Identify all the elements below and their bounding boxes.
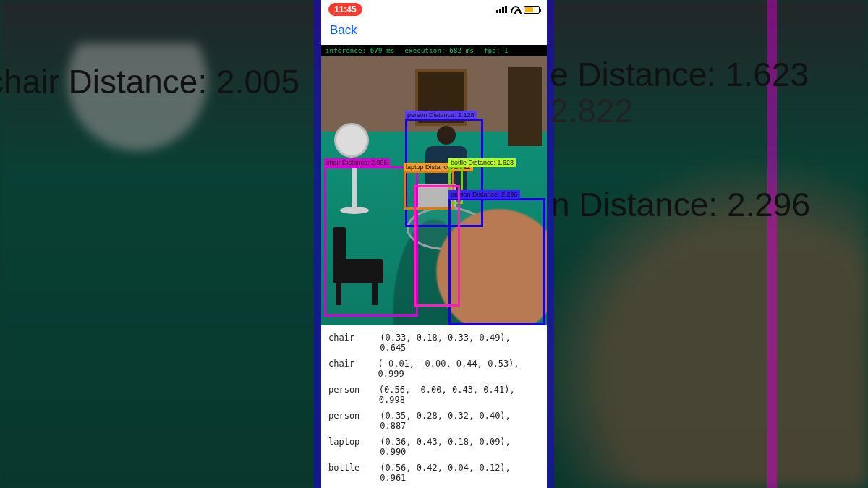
bbox-label-bottle: bottle Distance: 1.623 bbox=[448, 158, 516, 167]
bbox-label-person_top: person Distance: 2.128 bbox=[405, 111, 477, 119]
detection-class: chair bbox=[328, 333, 368, 353]
bg-label-right-bottle-text: e Distance: 1.623 bbox=[550, 56, 809, 93]
bg-label-right-person: n Distance: 2.296 bbox=[551, 185, 810, 224]
nav-bar: Back bbox=[321, 19, 547, 45]
detection-row: bottle(0.56, 0.42, 0.04, 0.12), 0.961 bbox=[328, 460, 540, 486]
bbox-person_hand: person Distance: 2.296 bbox=[448, 198, 545, 325]
bg-label-right-below: 2.822 bbox=[550, 91, 633, 130]
detection-values: (0.35, 0.28, 0.32, 0.40), 0.887 bbox=[380, 411, 540, 431]
bg-label-right-bottle: e Distance: 1.623 bbox=[550, 55, 809, 94]
status-icons bbox=[496, 6, 540, 14]
detection-values: (0.36, 0.43, 0.18, 0.09), 0.990 bbox=[380, 437, 540, 457]
detection-row: chair(0.33, 0.18, 0.33, 0.49), 0.645 bbox=[328, 330, 540, 356]
detection-class: person bbox=[328, 411, 368, 431]
camera-view[interactable]: person Distance: 2.128chair Distance: 2.… bbox=[321, 56, 547, 325]
bbox-label-chair_left: chair Distance: 2.005 bbox=[324, 158, 390, 167]
bg-label-right-below-text: 2.822 bbox=[550, 92, 633, 129]
perf-inference: inference: 679 ms bbox=[326, 47, 395, 54]
detection-class: chair bbox=[328, 359, 367, 379]
perf-fps: fps: 1 bbox=[484, 47, 509, 54]
detection-class: bottle bbox=[328, 463, 368, 483]
phone-frame: 11:45 Back inference: 679 ms execution: … bbox=[321, 0, 547, 488]
status-bar: 11:45 bbox=[321, 0, 547, 19]
scene-door bbox=[508, 67, 542, 146]
bbox-chair_mid bbox=[414, 185, 460, 307]
detection-row: chair(-0.01, -0.00, 0.44, 0.53), 0.999 bbox=[328, 356, 540, 382]
bg-label-left-text: chair Distance: 2.005 bbox=[0, 63, 299, 100]
perf-execution: execution: 682 ms bbox=[405, 47, 475, 54]
detection-row: person(0.35, 0.28, 0.32, 0.40), 0.887 bbox=[328, 408, 540, 434]
wifi-icon bbox=[511, 6, 521, 13]
detection-values: (-0.01, -0.00, 0.44, 0.53), 0.999 bbox=[378, 359, 540, 379]
detection-row: laptop(0.36, 0.43, 0.18, 0.09), 0.990 bbox=[328, 434, 540, 460]
background-hand-blur bbox=[492, 112, 868, 488]
bg-label-right-person-text: n Distance: 2.296 bbox=[551, 186, 810, 223]
cellular-icon bbox=[496, 6, 508, 13]
stage: chair Distance: 2.005 e Distance: 1.623 … bbox=[0, 0, 868, 488]
detection-values: (0.56, -0.00, 0.43, 0.41), 0.998 bbox=[379, 385, 540, 405]
battery-icon bbox=[524, 6, 540, 14]
detection-class: person bbox=[328, 385, 367, 405]
detection-row: person(0.56, -0.00, 0.43, 0.41), 0.998 bbox=[328, 382, 540, 408]
detection-class: laptop bbox=[328, 437, 368, 457]
back-button[interactable]: Back bbox=[330, 23, 357, 37]
detection-values: (0.33, 0.18, 0.33, 0.49), 0.645 bbox=[380, 333, 540, 353]
bg-label-left-chair: chair Distance: 2.005 bbox=[0, 62, 299, 101]
detection-list: chair(0.33, 0.18, 0.33, 0.49), 0.645chai… bbox=[321, 325, 547, 488]
perf-bar: inference: 679 ms execution: 682 ms fps:… bbox=[321, 45, 547, 56]
detection-values: (0.56, 0.42, 0.04, 0.12), 0.961 bbox=[380, 463, 540, 483]
status-time-pill: 11:45 bbox=[328, 3, 362, 16]
